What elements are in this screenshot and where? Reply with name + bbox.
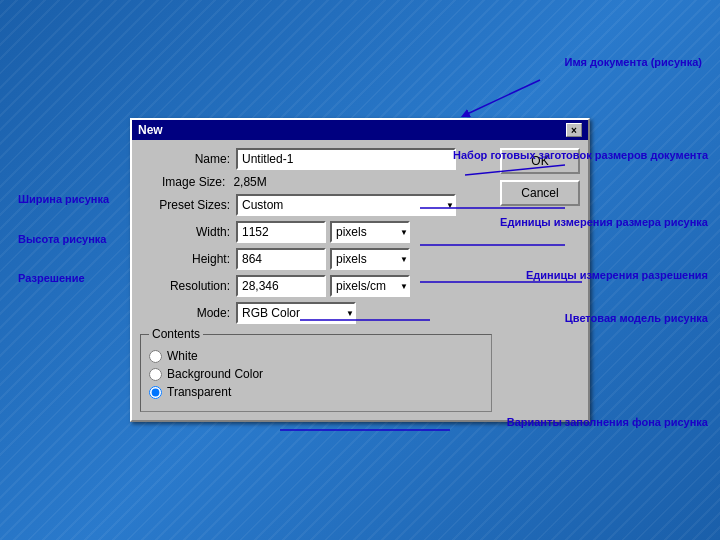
width-unit-wrapper: pixels inches cm ▼: [330, 221, 410, 243]
preset-select-wrapper: Custom ▼: [236, 194, 456, 216]
transparent-radio[interactable]: [149, 386, 162, 399]
name-row: Name:: [140, 148, 492, 170]
annotation-resolution: Разрешение: [18, 272, 85, 284]
preset-select[interactable]: Custom: [236, 194, 456, 216]
left-panel: Name: Image Size: 2,85M Preset Sizes: Cu…: [140, 148, 492, 412]
mode-select[interactable]: RGB Color CMYK Color Grayscale: [236, 302, 356, 324]
right-panel: OK Cancel: [500, 148, 580, 412]
mode-wrapper: RGB Color CMYK Color Grayscale ▼: [236, 302, 356, 324]
svg-line-0: [465, 80, 540, 115]
image-size-row: Image Size: 2,85M: [140, 175, 492, 189]
mode-row: Mode: RGB Color CMYK Color Grayscale ▼: [140, 302, 492, 324]
width-row: Width: pixels inches cm ▼: [140, 221, 492, 243]
contents-title: Contents: [149, 327, 203, 341]
image-size-value: 2,85M: [233, 175, 266, 189]
white-radio[interactable]: [149, 350, 162, 363]
width-input[interactable]: [236, 221, 326, 243]
height-unit-wrapper: pixels inches cm ▼: [330, 248, 410, 270]
resolution-label: Resolution:: [140, 279, 230, 293]
annotation-height: Высота рисунка: [18, 232, 106, 246]
image-size-label: Image Size:: [162, 175, 225, 189]
dialog-body: Name: Image Size: 2,85M Preset Sizes: Cu…: [132, 140, 588, 420]
bgcolor-option-row: Background Color: [149, 367, 483, 381]
resolution-input[interactable]: [236, 275, 326, 297]
width-label: Width:: [140, 225, 230, 239]
height-label: Height:: [140, 252, 230, 266]
close-button[interactable]: ×: [566, 123, 582, 137]
bgcolor-label: Background Color: [167, 367, 263, 381]
white-option-row: White: [149, 349, 483, 363]
dialog-title: New: [138, 123, 163, 137]
title-bar-buttons: ×: [566, 123, 582, 137]
title-bar: New ×: [132, 120, 588, 140]
new-dialog: New × Name: Image Size: 2,85M Preset Siz…: [130, 118, 590, 422]
contents-group: Contents White Background Color Transpar…: [140, 334, 492, 412]
annotation-width: Ширина рисунка: [18, 192, 109, 206]
height-input[interactable]: [236, 248, 326, 270]
preset-label: Preset Sizes:: [140, 198, 230, 212]
bgcolor-radio[interactable]: [149, 368, 162, 381]
transparent-option-row: Transparent: [149, 385, 483, 399]
ok-button[interactable]: OK: [500, 148, 580, 174]
name-label: Name:: [140, 152, 230, 166]
mode-label: Mode:: [140, 306, 230, 320]
name-input[interactable]: [236, 148, 456, 170]
resolution-row: Resolution: pixels/cm pixels/inch ▼: [140, 275, 492, 297]
height-row: Height: pixels inches cm ▼: [140, 248, 492, 270]
resolution-unit-select[interactable]: pixels/cm pixels/inch: [330, 275, 410, 297]
preset-sizes-row: Preset Sizes: Custom ▼: [140, 194, 492, 216]
transparent-label: Transparent: [167, 385, 231, 399]
annotation-doc-name: Имя документа (рисунка): [565, 55, 702, 69]
resolution-unit-wrapper: pixels/cm pixels/inch ▼: [330, 275, 410, 297]
width-unit-select[interactable]: pixels inches cm: [330, 221, 410, 243]
cancel-button[interactable]: Cancel: [500, 180, 580, 206]
height-unit-select[interactable]: pixels inches cm: [330, 248, 410, 270]
white-label: White: [167, 349, 198, 363]
